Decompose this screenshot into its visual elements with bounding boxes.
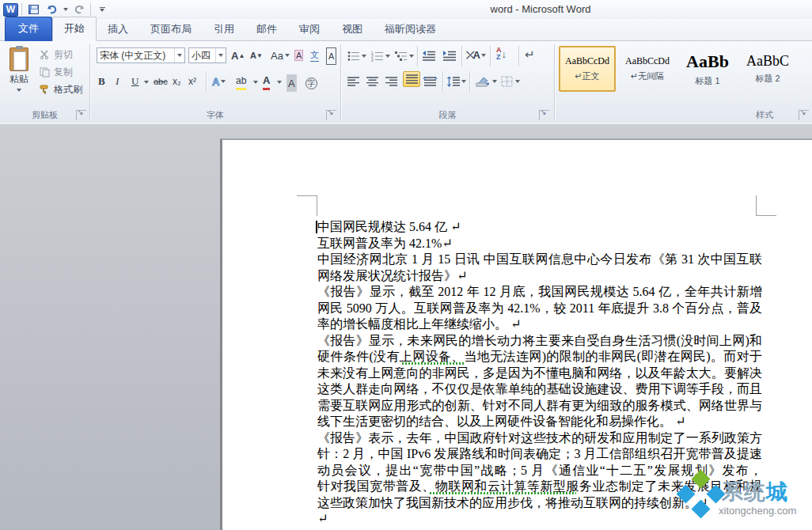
tab-insert[interactable]: 插入 — [97, 18, 139, 41]
sort-button[interactable]: AZ ↓ — [496, 45, 507, 62]
underline-dropdown-icon[interactable] — [144, 81, 149, 84]
subscript-button[interactable]: x₂ — [173, 73, 181, 90]
quick-access-toolbar: W — [3, 2, 110, 17]
styles-gallery: AaBbCcDd ↵正文 AaBbCcDd ↵无间隔 AaBb 标题 1 AaB… — [559, 46, 812, 95]
tab-references[interactable]: 引用 — [203, 18, 245, 41]
paste-icon — [9, 47, 28, 71]
font-color-dropdown-icon[interactable] — [277, 81, 282, 84]
cut-button[interactable]: 剪切 — [36, 46, 82, 63]
style-preview: AaBbCcDd — [620, 55, 675, 67]
copy-label: 复制 — [54, 66, 73, 79]
styles-dialog-launcher-icon[interactable] — [799, 110, 809, 120]
divider — [469, 71, 470, 92]
numbering-button[interactable]: 123 — [371, 47, 390, 65]
tab-home[interactable]: 开始 — [52, 17, 97, 41]
doc-line: 中国网民规模达 5.64 亿 ↵ — [317, 219, 762, 236]
paragraph-dialog-launcher-icon[interactable] — [539, 110, 549, 120]
cut-icon — [38, 48, 51, 61]
clipboard-dialog-launcher-icon[interactable] — [76, 110, 86, 120]
customize-qat-button[interactable] — [94, 2, 110, 17]
font-name-select[interactable]: 宋体 (中文正文) — [97, 47, 185, 63]
increase-indent-button[interactable] — [442, 47, 456, 65]
divider — [490, 46, 491, 66]
show-marks-button[interactable]: ↵ — [525, 46, 535, 63]
doc-line: 针：2 月，中国 IPv6 发展路线和时间表确定；3 月工信部组织召开宽带普及提… — [317, 446, 762, 463]
char-border-button[interactable]: A — [326, 47, 336, 65]
multilevel-list-icon — [395, 51, 408, 62]
tab-foxit-reader[interactable]: 福昕阅读器 — [374, 18, 447, 41]
format-painter-label: 格式刷 — [54, 83, 82, 97]
style-normal[interactable]: AaBbCcDd ↵正文 — [559, 46, 616, 92]
char-shading-icon: A — [288, 78, 295, 89]
change-case-button[interactable]: Aa — [271, 47, 290, 64]
undo-button[interactable] — [44, 2, 60, 17]
borders-button[interactable] — [501, 73, 520, 90]
highlight-button[interactable]: ab — [236, 73, 246, 90]
font-name-value: 宋体 (中文正文) — [97, 49, 174, 62]
underline-button[interactable]: U — [131, 73, 138, 90]
tab-mailings[interactable]: 邮件 — [245, 18, 288, 41]
font-size-select[interactable]: 小四 — [188, 47, 226, 63]
styles-group: AaBbCcDd ↵正文 AaBbCcDd ↵无间隔 AaBb 标题 1 AaB… — [555, 41, 812, 123]
format-painter-button[interactable]: 格式刷 — [36, 81, 82, 98]
shading-button[interactable] — [476, 73, 497, 90]
save-button[interactable] — [25, 2, 41, 17]
align-center-button[interactable] — [366, 73, 378, 90]
font-dialog-launcher-icon[interactable] — [326, 110, 336, 120]
undo-dropdown-icon[interactable] — [63, 8, 68, 11]
highlight-dropdown-icon[interactable] — [253, 81, 258, 84]
divider — [206, 71, 207, 92]
shrink-font-button[interactable]: A▼ — [250, 47, 263, 64]
line-spacing-icon — [447, 77, 460, 87]
copy-button[interactable]: 复制 — [36, 63, 82, 81]
divider — [417, 46, 418, 66]
multilevel-list-button[interactable] — [395, 47, 414, 65]
bold-button[interactable]: B — [98, 73, 105, 90]
char-shading-button[interactable]: A — [286, 74, 297, 92]
clear-format-button[interactable]: A — [294, 47, 303, 64]
align-left-button[interactable] — [347, 73, 359, 90]
paste-button[interactable]: 粘贴 — [5, 44, 33, 117]
tab-view[interactable]: 视图 — [331, 18, 374, 41]
font-size-value: 小四 — [189, 49, 215, 62]
paste-dropdown-icon[interactable] — [17, 89, 21, 92]
text-effects-button[interactable]: A — [212, 73, 226, 90]
format-painter-icon — [38, 83, 51, 96]
phonetic-guide-button[interactable]: 文 — [310, 47, 319, 64]
style-name: ↵无间隔 — [620, 70, 675, 82]
distribute-button[interactable] — [423, 73, 437, 90]
italic-button[interactable]: I — [116, 73, 119, 90]
divider — [461, 46, 462, 66]
shading-icon — [476, 76, 490, 87]
decrease-indent-icon — [422, 51, 435, 62]
superscript-button[interactable]: x² — [188, 73, 196, 90]
redo-button[interactable] — [71, 2, 87, 17]
tab-review[interactable]: 审阅 — [288, 18, 331, 41]
tab-page-layout[interactable]: 页面布局 — [139, 18, 203, 41]
word-window: W — [0, 0, 812, 530]
divider — [442, 71, 443, 92]
style-heading1[interactable]: AaBb 标题 1 — [679, 46, 736, 92]
grow-font-button[interactable]: A▲ — [231, 47, 245, 64]
align-right-button[interactable] — [385, 73, 397, 90]
chevron-down-icon[interactable] — [215, 48, 226, 62]
font-color-button[interactable]: A — [263, 73, 270, 90]
decrease-indent-button[interactable] — [422, 47, 435, 65]
ribbon-tab-row: 文件 开始 插入 页面布局 引用 邮件 审阅 视图 福昕阅读器 — [0, 19, 812, 41]
line-spacing-button[interactable] — [447, 73, 466, 90]
style-heading3[interactable]: Aa 标 — [799, 46, 812, 92]
word-logo-icon[interactable]: W — [3, 3, 18, 17]
watermark-site-url: xitongcheng.com — [719, 505, 796, 517]
style-heading2[interactable]: AaBbC 标题 2 — [739, 46, 796, 92]
bullets-button[interactable] — [347, 47, 366, 65]
chevron-down-icon[interactable] — [174, 48, 184, 62]
asian-layout-button[interactable]: ⤫A — [466, 47, 486, 64]
tab-file[interactable]: 文件 — [5, 17, 52, 41]
style-no-spacing[interactable]: AaBbCcDd ↵无间隔 — [619, 46, 676, 92]
strikethrough-button[interactable]: abc — [154, 73, 168, 90]
doc-line: 互联网普及率为 42.1%↵ — [317, 236, 762, 252]
enclose-characters-button[interactable]: 字 — [305, 74, 317, 92]
justify-button[interactable] — [403, 71, 420, 87]
divider — [90, 3, 91, 16]
doc-line: 《报告》显示，截至 2012 年 12 月底，我国网民规模达 5.64 亿，全年… — [317, 284, 762, 301]
